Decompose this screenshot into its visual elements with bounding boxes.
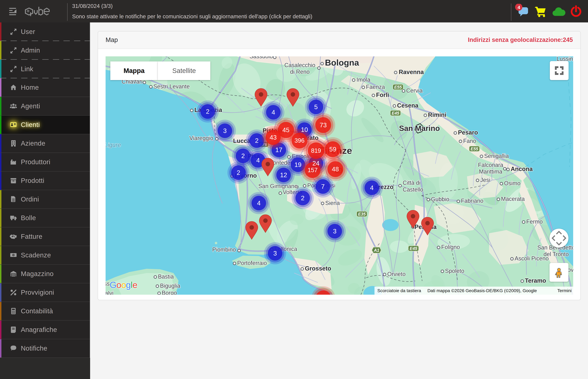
svg-text:2: 2 — [241, 152, 245, 159]
svg-text:4: 4 — [271, 109, 275, 116]
svg-text:157: 157 — [308, 167, 317, 174]
svg-text:di Reno: di Reno — [290, 68, 310, 75]
svg-text:E55: E55 — [471, 146, 478, 151]
svg-text:Borgo: Borgo — [162, 290, 177, 295]
svg-text:4: 4 — [257, 200, 260, 206]
svg-text:4: 4 — [518, 5, 520, 10]
svg-text:ov: ov — [568, 267, 573, 273]
svg-text:48: 48 — [332, 166, 339, 173]
svg-text:Macerata: Macerata — [501, 196, 525, 202]
svg-text:3: 3 — [333, 228, 336, 235]
svg-text:Gubbio: Gubbio — [431, 196, 449, 203]
svg-text:E45: E45 — [410, 246, 417, 251]
svg-text:12: 12 — [280, 172, 287, 178]
svg-text:Rimini: Rimini — [428, 111, 446, 118]
svg-text:Jesi: Jesi — [480, 177, 490, 183]
svg-text:2: 2 — [206, 108, 210, 115]
svg-text:4: 4 — [370, 184, 374, 191]
svg-text:Bologna: Bologna — [325, 58, 359, 67]
svg-text:Fabriano: Fabriano — [461, 198, 483, 204]
svg-text:3: 3 — [273, 250, 277, 257]
svg-text:2: 2 — [237, 169, 240, 176]
svg-text:Osimo: Osimo — [504, 180, 520, 187]
svg-text:A1: A1 — [374, 248, 379, 253]
svg-text:Sestri Levante: Sestri Levante — [153, 83, 190, 90]
svg-text:Marittima: Marittima — [479, 168, 502, 175]
svg-text:San Marino: San Marino — [399, 124, 440, 132]
svg-text:Bastia: Bastia — [158, 273, 174, 280]
svg-text:Viareggio: Viareggio — [189, 135, 213, 141]
svg-text:Fermo: Fermo — [526, 218, 543, 225]
svg-text:Senigallia: Senigallia — [484, 153, 509, 159]
svg-text:alvi: alvi — [106, 290, 113, 295]
svg-text:4: 4 — [256, 157, 260, 164]
svg-text:Foligno: Foligno — [441, 244, 460, 250]
svg-text:Sassuolo: Sassuolo — [250, 56, 273, 60]
svg-text:396: 396 — [294, 137, 304, 144]
svg-text:Cervia: Cervia — [406, 87, 423, 94]
svg-text:24: 24 — [313, 160, 319, 167]
svg-text:3: 3 — [223, 127, 226, 134]
svg-text:Ravenna: Ravenna — [399, 69, 424, 75]
svg-text:Faenza: Faenza — [366, 84, 385, 90]
svg-text:59: 59 — [329, 146, 336, 153]
svg-text:7: 7 — [321, 183, 325, 190]
svg-text:Pesaro: Pesaro — [458, 129, 478, 136]
svg-text:Imola: Imola — [357, 77, 371, 83]
svg-text:Fano: Fano — [463, 138, 476, 144]
svg-text:Città di: Città di — [403, 180, 421, 186]
svg-text:19: 19 — [294, 161, 302, 168]
svg-text:Ligure: Ligure — [106, 142, 121, 148]
svg-text:Falconara: Falconara — [478, 162, 503, 168]
svg-text:10: 10 — [301, 126, 308, 133]
svg-text:Teramo: Teramo — [525, 277, 546, 284]
svg-text:73: 73 — [320, 122, 327, 128]
svg-text:Portoferraio: Portoferraio — [237, 260, 267, 266]
svg-text:Forlì: Forlì — [376, 92, 389, 98]
svg-text:Cesena: Cesena — [397, 102, 419, 109]
svg-text:17: 17 — [275, 146, 283, 153]
svg-text:Ancona: Ancona — [511, 166, 533, 172]
svg-text:Grosseto: Grosseto — [305, 265, 331, 272]
svg-text:43: 43 — [270, 134, 277, 141]
svg-text:Casalecchio: Casalecchio — [284, 62, 315, 68]
svg-text:Siena: Siena — [325, 200, 340, 206]
svg-text:819: 819 — [311, 147, 321, 154]
svg-text:E35: E35 — [358, 212, 366, 217]
svg-text:Spoleto: Spoleto — [445, 268, 464, 274]
svg-text:ss: ss — [106, 281, 110, 287]
svg-text:2: 2 — [301, 195, 304, 202]
svg-text:Orvieto: Orvieto — [387, 271, 406, 277]
svg-text:5: 5 — [314, 103, 318, 111]
svg-text:Biguglia: Biguglia — [160, 283, 180, 289]
svg-text:45: 45 — [283, 126, 290, 133]
svg-text:E55: E55 — [394, 85, 402, 90]
svg-text:E45: E45 — [392, 111, 399, 116]
svg-text:Piombino: Piombino — [212, 246, 236, 253]
svg-text:Castello: Castello — [403, 186, 423, 193]
svg-text:del Tronto: del Tronto — [543, 251, 569, 257]
svg-text:2: 2 — [255, 137, 258, 144]
